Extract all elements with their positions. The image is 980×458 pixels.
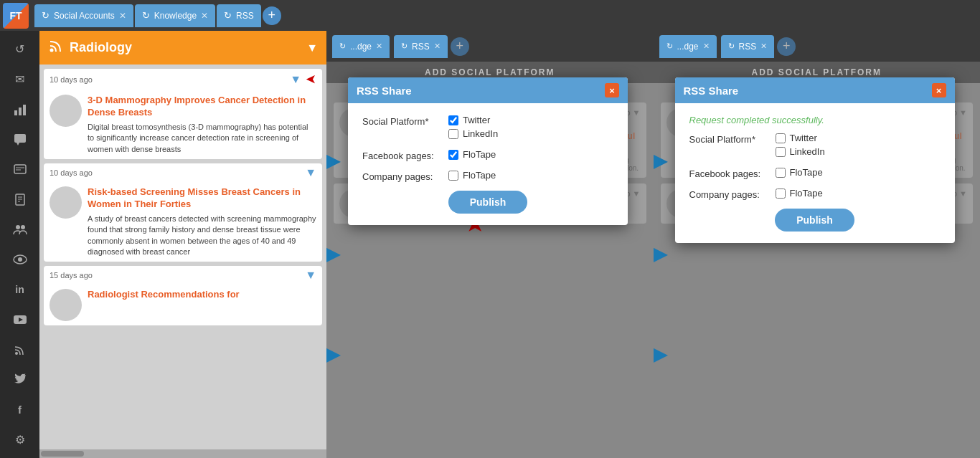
sidebar-icon-linkedin[interactable]: in — [7, 277, 33, 302]
sidebar-icon-settings[interactable]: ⚙ — [7, 426, 33, 452]
feed-item-arrow-annotation: ➤ — [306, 72, 316, 87]
bg-tab-knowledge: ↻ ...dge ✕ — [332, 35, 390, 58]
svg-point-19 — [50, 49, 54, 52]
rss-publish-button-1[interactable]: Publish — [448, 191, 528, 214]
rss-checkbox-linkedin-2[interactable] — [776, 147, 786, 157]
sidebar-icon-clipboard[interactable] — [7, 186, 33, 212]
tab-bar: FT ↻ Social Accounts ✕ ↻ Knowledge ✕ ↻ R… — [0, 0, 980, 31]
sidebar: ↺ ✉ in f ⚙ — [0, 31, 39, 458]
rss-facebook-options-2: FloTape — [776, 167, 941, 181]
feed-item-title-2[interactable]: Risk-based Screening Misses Breast Cance… — [88, 186, 316, 211]
rss-checkbox-twitter-2[interactable] — [776, 133, 786, 143]
rss-checkbox-flotape-fb-2[interactable] — [776, 168, 786, 178]
rss-dialog-2-header: RSS Share × — [675, 77, 955, 103]
sidebar-icon-chat[interactable] — [7, 127, 33, 153]
rss-facebook-label-2: Facebook pages: — [689, 167, 776, 179]
feed-item: 10 days ago ▼ ➤ 3-D Mammography Improves… — [44, 69, 322, 159]
rss-checkbox-linkedin-1[interactable] — [448, 129, 458, 139]
rss-option-twitter-1: Twitter — [448, 115, 613, 125]
feed-item-bookmark-1[interactable]: ▼ — [290, 73, 301, 86]
rss-label-flotape-fb-1: FloTape — [463, 149, 496, 160]
rss-option-linkedin-2: LinkedIn — [776, 146, 941, 157]
sidebar-icon-history[interactable]: ↺ — [7, 37, 33, 62]
svg-rect-2 — [23, 105, 26, 115]
sidebar-icon-youtube[interactable] — [7, 307, 33, 333]
tab-reload-icon: ↻ — [42, 10, 50, 21]
bg-add-tab-middle: + — [451, 37, 469, 56]
rss-dialog-2-social-row: Social Platform* Twitter LinkedIn — [689, 133, 941, 160]
tab-rss[interactable]: ↻ RSS — [217, 4, 261, 27]
tab-label-social: Social Accounts — [54, 11, 115, 21]
rss-label-flotape-fb-2: FloTape — [790, 167, 823, 178]
rss-label-flotape-co-2: FloTape — [790, 188, 823, 199]
feed-item-date-1: 10 days ago — [50, 75, 93, 84]
rss-option-flotape-fb-1: FloTape — [448, 149, 613, 160]
svg-point-18 — [15, 352, 18, 355]
sidebar-icon-rss[interactable] — [7, 337, 33, 363]
feed-dropdown-icon[interactable]: ▼ — [306, 42, 318, 54]
svg-point-12 — [16, 225, 20, 229]
rss-success-message: Request completed successfully. — [689, 115, 941, 125]
rss-dialog-1-company-row: Company pages: FloTape — [362, 170, 613, 183]
main-area: ↺ ✉ in f ⚙ — [0, 31, 980, 458]
tab-knowledge[interactable]: ↻ Knowledge ✕ — [135, 4, 215, 27]
feed-header: Radiology ▼ — [39, 31, 326, 65]
feed-item-date-3: 15 days ago — [50, 271, 93, 280]
rss-option-linkedin-1: LinkedIn — [448, 128, 613, 139]
rss-social-options-2: Twitter LinkedIn — [776, 133, 941, 160]
rss-option-flotape-co-1: FloTape — [448, 170, 613, 181]
rss-facebook-label-1: Facebook pages: — [362, 149, 448, 161]
rss-social-label-1: Social Platform* — [362, 115, 448, 127]
tab-close-knowledge[interactable]: ✕ — [201, 11, 208, 21]
rss-checkbox-flotape-co-1[interactable] — [448, 171, 458, 181]
blue-arrow-middle-3: ▶ — [326, 339, 339, 369]
bg-tab-rss-right: ↻ RSS ✕ — [721, 35, 775, 58]
rss-company-label-1: Company pages: — [362, 170, 448, 182]
rss-publish-button-2[interactable]: Publish — [775, 209, 854, 232]
feed-item-title-1[interactable]: 3-D Mammography Improves Cancer Detectio… — [88, 95, 316, 119]
tab-close-social[interactable]: ✕ — [119, 11, 126, 21]
bg-tab-bar-middle: ↻ ...dge ✕ ↻ RSS ✕ + — [326, 31, 654, 62]
right-section: ↻ ...dge ✕ ↻ RSS ✕ + ADD SOCIAL PLATFORM… — [654, 31, 981, 458]
feed-items-list: 10 days ago ▼ ➤ 3-D Mammography Improves… — [39, 65, 326, 449]
rss-facebook-options-1: FloTape — [448, 149, 613, 163]
feed-item-bookmark-2[interactable]: ▼ — [305, 166, 316, 179]
rss-dialog-2-body: Request completed successfully. Social P… — [675, 103, 955, 243]
bg-tab-rss: ↻ RSS ✕ — [394, 35, 448, 58]
rss-option-flotape-co-2: FloTape — [776, 188, 941, 199]
sidebar-icon-chart[interactable] — [7, 97, 33, 123]
rss-company-options-2: FloTape — [776, 188, 941, 201]
rss-dialog-2-company-row: Company pages: FloTape — [689, 188, 941, 201]
add-tab-button[interactable]: + — [263, 6, 281, 25]
rss-checkbox-twitter-1[interactable] — [448, 115, 458, 125]
tab-reload-icon-3: ↻ — [224, 10, 232, 21]
sidebar-icon-facebook[interactable]: f — [7, 396, 33, 422]
middle-section: ↻ ...dge ✕ ↻ RSS ✕ + ADD SOCIAL PLATFORM… — [326, 31, 654, 458]
rss-checkbox-flotape-fb-1[interactable] — [448, 150, 458, 160]
rss-dialog-1-facebook-row: Facebook pages: FloTape — [362, 149, 613, 163]
rss-dialog-1-close[interactable]: × — [605, 83, 619, 97]
feed-scrollbar-bottom[interactable] — [39, 449, 326, 458]
sidebar-icon-twitter[interactable] — [7, 366, 33, 392]
sidebar-icon-eye[interactable] — [7, 247, 33, 272]
bg-tab-bar-right: ↻ ...dge ✕ ↻ RSS ✕ + — [654, 31, 981, 62]
rss-dialog-2-title: RSS Share — [684, 85, 739, 97]
tab-label-knowledge: Knowledge — [154, 11, 197, 21]
rss-label-twitter-1: Twitter — [463, 115, 490, 125]
blue-arrow-right-1: ▶ — [654, 145, 666, 176]
rss-dialog-1-social-row: Social Platform* Twitter LinkedIn — [362, 115, 613, 142]
sidebar-icon-mail[interactable]: ✉ — [7, 67, 33, 92]
svg-rect-1 — [19, 108, 22, 115]
feed-item-bookmark-3[interactable]: ▼ — [305, 269, 316, 282]
bg-add-tab-right: + — [777, 37, 796, 56]
feed-item-title-3[interactable]: Radiologist Recommendations for — [88, 289, 240, 301]
svg-point-15 — [18, 257, 22, 262]
feed-item-avatar-1 — [50, 95, 82, 127]
rss-checkbox-flotape-co-2[interactable] — [776, 189, 786, 199]
bg-tab-knowledge-right: ↻ ...dge ✕ — [659, 35, 717, 58]
rss-dialog-2-close[interactable]: × — [932, 83, 946, 97]
sidebar-icon-sms[interactable] — [7, 156, 33, 182]
tab-social-accounts[interactable]: ↻ Social Accounts ✕ — [34, 4, 133, 27]
svg-rect-5 — [14, 165, 26, 173]
sidebar-icon-users[interactable] — [7, 216, 33, 242]
